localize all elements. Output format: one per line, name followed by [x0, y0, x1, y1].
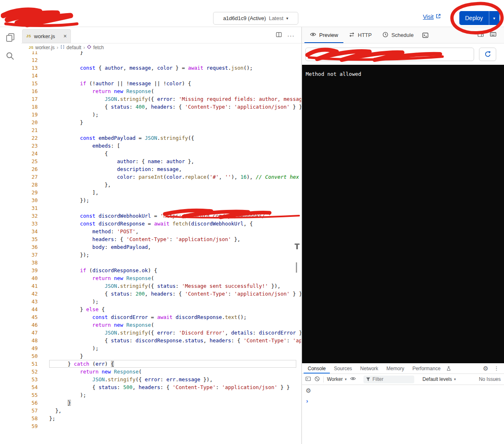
clear-console-icon[interactable] — [314, 376, 320, 383]
code-line[interactable]: 45 const discordError = await discordRes… — [21, 313, 301, 321]
line-number[interactable]: 45 — [21, 313, 38, 321]
line-number[interactable]: 32 — [21, 212, 38, 220]
line-number[interactable]: 15 — [21, 80, 38, 87]
code-line[interactable]: 41 JSON.stringify({ status: 'Message sen… — [21, 282, 301, 290]
code-line[interactable]: 51 } catch (err) { — [21, 360, 301, 368]
line-number[interactable]: 26 — [21, 165, 38, 173]
line-number[interactable]: 24 — [21, 150, 38, 157]
code-line[interactable]: 25 author: { name: author }, — [21, 157, 301, 165]
code-line[interactable]: 30 }); — [21, 196, 301, 204]
code-line[interactable]: 28 }, — [21, 181, 301, 189]
line-number[interactable]: 17 — [21, 95, 38, 103]
line-number[interactable]: 12 — [21, 56, 38, 64]
line-number[interactable]: 25 — [21, 157, 38, 165]
line-number[interactable]: 36 — [21, 243, 38, 251]
code-line[interactable]: 54 { status: 500, headers: { 'Content-Ty… — [21, 383, 301, 391]
line-number[interactable]: 22 — [21, 134, 38, 142]
code-line[interactable]: 56 } — [21, 399, 301, 407]
line-number[interactable]: 28 — [21, 181, 38, 189]
files-icon[interactable] — [6, 33, 15, 44]
line-number[interactable]: 47 — [21, 329, 38, 337]
code-line[interactable]: 18 { status: 400, headers: { 'Content-Ty… — [21, 103, 301, 111]
line-number[interactable]: 19 — [21, 111, 38, 118]
issues-counter[interactable]: No Issues — [479, 376, 501, 382]
line-number[interactable]: 30 — [21, 196, 38, 204]
keyboard-icon[interactable] — [490, 31, 497, 39]
tab-schedule[interactable]: Schedule — [377, 27, 419, 43]
code-line[interactable]: 40 return new Response( — [21, 274, 301, 282]
code-line[interactable]: 12 — [21, 56, 301, 64]
devtools-tab-console[interactable]: Console — [304, 363, 330, 373]
console-settings-gear-icon[interactable]: ⚙ — [306, 387, 311, 394]
code-line[interactable]: 23 embeds: [ — [21, 142, 301, 150]
line-number[interactable]: 43 — [21, 298, 38, 305]
close-icon[interactable]: × — [64, 33, 67, 39]
line-number[interactable]: 38 — [21, 259, 38, 266]
line-number[interactable]: 51 — [21, 360, 38, 368]
code-line[interactable]: 48 { status: discordResponse.status, hea… — [21, 337, 301, 344]
line-number[interactable]: 13 — [21, 64, 38, 72]
code-line[interactable]: 50 } — [21, 352, 301, 360]
breadcrumb-file[interactable]: JS worker.js — [29, 45, 54, 50]
line-number[interactable]: 48 — [21, 337, 38, 344]
breadcrumb-method[interactable]: fetch — [87, 45, 104, 50]
code-line[interactable]: 22 const embedPayload = JSON.stringify({ — [21, 134, 301, 142]
more-actions-icon[interactable]: ··· — [287, 33, 295, 39]
code-line[interactable]: 34 method: 'POST', — [21, 228, 301, 235]
code-line[interactable]: 35 headers: { 'Content-Type': 'applicati… — [21, 235, 301, 243]
code-line[interactable]: 11 } — [21, 51, 301, 56]
code-line[interactable]: 19 ); — [21, 111, 301, 118]
code-line[interactable]: 44 } else { — [21, 305, 301, 313]
code-line[interactable]: 39 if (discordResponse.ok) { — [21, 266, 301, 274]
execution-context-selector[interactable]: Worker ▾ — [327, 376, 347, 382]
line-number[interactable]: 53 — [21, 376, 38, 383]
deploy-dropdown-button[interactable]: ▾ — [489, 11, 499, 25]
line-number[interactable]: 23 — [21, 142, 38, 150]
line-number[interactable]: 29 — [21, 189, 38, 196]
code-line[interactable]: 20 } — [21, 118, 301, 126]
devtools-tab-network[interactable]: Network — [356, 363, 382, 373]
line-number[interactable]: 20 — [21, 118, 38, 126]
line-number[interactable]: 37 — [21, 251, 38, 259]
gear-icon[interactable]: ⚙ — [483, 365, 488, 371]
line-number[interactable]: 18 — [21, 103, 38, 111]
code-line[interactable]: 14 — [21, 72, 301, 80]
code-line[interactable]: 26 description: message, — [21, 165, 301, 173]
layout-panel-icon[interactable] — [477, 31, 484, 39]
tab-preview[interactable]: Preview — [304, 27, 343, 43]
terminal-icon[interactable] — [419, 27, 432, 43]
code-line[interactable]: 36 body: embedPayload, — [21, 243, 301, 251]
code-line[interactable]: 49 ); — [21, 344, 301, 352]
line-number[interactable]: 50 — [21, 352, 38, 360]
line-number[interactable]: 39 — [21, 266, 38, 274]
visit-link[interactable]: Visit — [423, 14, 441, 20]
line-number[interactable]: 54 — [21, 383, 38, 391]
line-number[interactable]: 42 — [21, 290, 38, 298]
code-line[interactable]: 24 { — [21, 150, 301, 157]
code-line[interactable]: 46 return new Response( — [21, 321, 301, 329]
code-line[interactable]: 13 const { author, message, color } = aw… — [21, 64, 301, 72]
code-line[interactable]: 57 }, — [21, 407, 301, 414]
code-line[interactable]: 43 ); — [21, 298, 301, 305]
line-number[interactable]: 31 — [21, 204, 38, 212]
code-line[interactable]: 15 if (!author || !message || !color) { — [21, 80, 301, 87]
scrollbar-thumb[interactable] — [296, 262, 297, 273]
line-number[interactable]: 56 — [21, 399, 38, 407]
code-line[interactable]: 55 ); — [21, 391, 301, 399]
line-number[interactable]: 52 — [21, 368, 38, 376]
filter-input[interactable] — [363, 376, 414, 383]
line-number[interactable]: 35 — [21, 235, 38, 243]
code-line[interactable]: 59 — [21, 422, 301, 430]
log-levels-selector[interactable]: Default levels ▾ — [422, 376, 456, 382]
devtools-tab-memory[interactable]: Memory — [382, 363, 408, 373]
line-number[interactable]: 27 — [21, 173, 38, 181]
code-line[interactable]: 16 return new Response( — [21, 87, 301, 95]
code-line[interactable]: 29 ], — [21, 189, 301, 196]
code-line[interactable]: 38 — [21, 259, 301, 266]
live-expression-icon[interactable] — [350, 376, 356, 383]
version-selector[interactable]: a1d6d1c9 (Active) Latest ▾ — [213, 12, 298, 25]
line-number[interactable]: 21 — [21, 126, 38, 134]
deploy-button[interactable]: Deploy — [459, 11, 489, 25]
console-prompt[interactable]: › — [302, 396, 504, 404]
code-line[interactable]: 31 — [21, 204, 301, 212]
